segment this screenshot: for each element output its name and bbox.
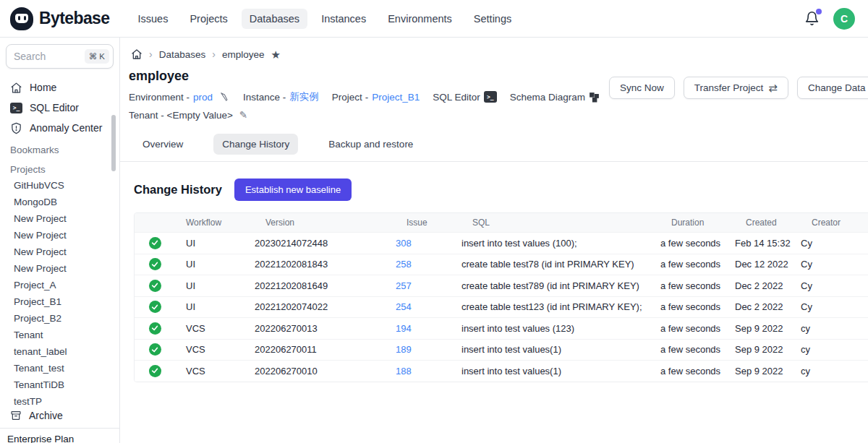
topnav-item[interactable]: Environments (380, 9, 460, 29)
duration-cell: a few seconds (660, 366, 735, 377)
edit-pencil-icon[interactable]: ✎ (239, 109, 247, 121)
topnav-item[interactable]: Projects (182, 9, 235, 29)
top-nav: IssuesProjectsDatabasesInstancesEnvironm… (129, 9, 519, 29)
sidebar-project-item[interactable]: New Project (0, 244, 119, 260)
home-icon[interactable] (131, 48, 142, 60)
sidebar-scrollbar-thumb[interactable] (111, 115, 116, 171)
instance-link[interactable]: 新实例 (289, 90, 319, 103)
issue-link[interactable]: 254 (396, 301, 412, 312)
establish-baseline-button[interactable]: Establish new baseline (234, 179, 352, 201)
column-header: Creator (801, 218, 868, 228)
column-header: Issue (396, 218, 461, 228)
tab[interactable]: Backup and restore (320, 134, 422, 155)
sidebar-project-item[interactable]: Tenant_test (0, 360, 119, 377)
brand[interactable]: Bytebase (10, 7, 109, 30)
issue-link[interactable]: 194 (396, 323, 412, 334)
sidebar-project-item[interactable]: New Project (0, 227, 119, 244)
topnav-item[interactable]: Issues (129, 9, 176, 29)
version-cell: 202206270011 (255, 344, 396, 355)
tab[interactable]: Overview (134, 134, 192, 155)
page-title: employee (129, 69, 609, 84)
table-row[interactable]: VCS 202206270013 194 insert into test va… (135, 317, 868, 339)
schema-diagram-icon (589, 92, 600, 103)
table-row[interactable]: VCS 202206270011 189 insert into test va… (135, 339, 868, 361)
topnav-item[interactable]: Databases (242, 9, 307, 29)
table-row[interactable]: UI 20221202074022 254 create table test1… (135, 296, 868, 318)
sidebar-project-item[interactable]: Tenant (0, 327, 119, 343)
sql-editor-shortcut[interactable]: SQL Editor >_ (433, 91, 497, 103)
sidebar-project-item[interactable]: tenant_label (0, 343, 119, 360)
duration-cell: a few seconds (660, 238, 735, 249)
meta-line-1: Environment - prod Instance - 新实例 Projec… (129, 90, 609, 103)
notification-bell-button[interactable] (804, 11, 820, 27)
issue-link[interactable]: 257 (396, 280, 412, 291)
version-cell: 20221202081843 (255, 259, 396, 270)
chevron-right-icon: › (212, 48, 216, 60)
search-shortcut-kbd: ⌘ K (85, 49, 109, 64)
edit-pen-icon[interactable] (220, 92, 230, 102)
sidebar-item-label: Home (30, 82, 56, 93)
success-check-icon (149, 237, 161, 249)
transfer-project-button[interactable]: Transfer Project ⇄ (684, 77, 788, 99)
sql-cell: create table test789 (id int PRIMARY KEY… (461, 280, 660, 291)
sidebar-project-item[interactable]: New Project (0, 210, 119, 227)
column-header: Created (735, 218, 801, 228)
tab[interactable]: Change History (213, 134, 298, 155)
sidebar-project-item[interactable]: Project_B2 (0, 310, 119, 327)
issue-link[interactable]: 308 (396, 238, 412, 249)
creator-cell: cy (801, 366, 868, 377)
sidebar-item-archive[interactable]: Archive (0, 405, 119, 428)
topnav-item[interactable]: Instances (313, 9, 374, 29)
issue-link[interactable]: 258 (396, 259, 412, 270)
created-cell: Sep 9 2022 (735, 323, 801, 334)
sidebar-project-item[interactable]: Project_A (0, 277, 119, 293)
breadcrumb-databases[interactable]: Databases (159, 49, 206, 60)
project-link[interactable]: Project_B1 (372, 92, 420, 103)
table-row[interactable]: UI 20230214072448 308 insert into test v… (135, 232, 868, 254)
workflow-cell: VCS (175, 323, 255, 334)
tenant-label: Tenant - <Empty Value> (129, 110, 233, 121)
environment-link[interactable]: prod (193, 92, 213, 103)
change-data-button[interactable]: Change Data (797, 77, 868, 99)
bookmark-star-icon[interactable]: ★ (271, 49, 280, 60)
table-row[interactable]: UI 20221202081843 258 create table test7… (135, 254, 868, 275)
instance-label: Instance - (243, 92, 286, 103)
search-input[interactable] (14, 51, 72, 62)
search-box[interactable]: ⌘ K (6, 44, 114, 69)
sidebar-project-item[interactable]: New Project (0, 260, 119, 277)
breadcrumb-employee[interactable]: employee (222, 49, 265, 60)
table-header: WorkflowVersionIssueSQLDurationCreatedCr… (135, 213, 868, 232)
table-row[interactable]: VCS 202206270010 188 insert into test va… (135, 360, 868, 382)
topbar-right: C (804, 8, 855, 30)
workflow-cell: UI (175, 259, 255, 270)
issue-link[interactable]: 189 (396, 344, 412, 355)
sql-cell: insert into test values (123) (461, 323, 660, 334)
sidebar-project-item[interactable]: GitHubVCS (0, 177, 119, 194)
schema-diagram-shortcut[interactable]: Schema Diagram (510, 92, 600, 103)
version-cell: 20221202074022 (255, 301, 396, 312)
transfer-arrows-icon: ⇄ (768, 82, 778, 93)
created-cell: Sep 9 2022 (735, 366, 801, 377)
sidebar-item-label: SQL Editor (30, 102, 79, 113)
success-check-icon (149, 365, 161, 377)
duration-cell: a few seconds (660, 280, 735, 291)
table-row[interactable]: UI 20221202081649 257 create table test7… (135, 275, 868, 296)
avatar[interactable]: C (833, 8, 855, 30)
sidebar-project-item[interactable]: MongoDB (0, 194, 119, 210)
workflow-cell: VCS (175, 366, 255, 377)
sidebar-item-anomaly-center[interactable]: Anomaly Center (0, 118, 119, 138)
sidebar-project-item[interactable]: TenantTiDB (0, 377, 119, 393)
sync-now-button[interactable]: Sync Now (609, 77, 675, 99)
sql-cell: create table test123 (id int PRIMARY KEY… (461, 301, 660, 312)
sidebar-item-sql-editor[interactable]: >_ SQL Editor (0, 98, 119, 118)
column-header: Duration (660, 218, 735, 228)
sidebar-project-item[interactable]: Project_B1 (0, 293, 119, 310)
created-cell: Dec 12 2022 (735, 259, 801, 270)
shield-alert-icon (10, 122, 22, 134)
topnav-item[interactable]: Settings (466, 9, 519, 29)
issue-link[interactable]: 188 (396, 366, 412, 377)
table-body: UI 20230214072448 308 insert into test v… (135, 232, 868, 382)
sidebar: ⌘ K Home >_ SQL Editor Anomaly Center Bo… (0, 38, 120, 443)
sidebar-item-home[interactable]: Home (0, 77, 119, 98)
creator-cell: Cy (801, 301, 868, 312)
